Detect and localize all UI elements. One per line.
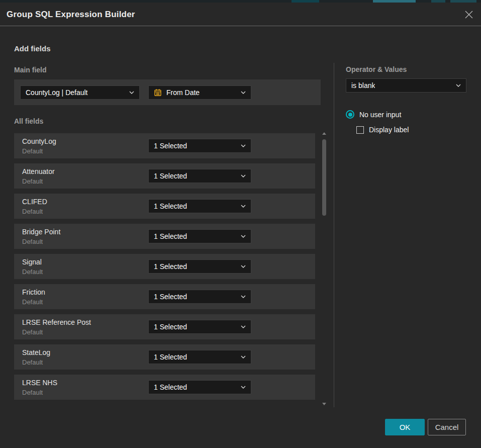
field-selection-dropdown-value: 1 Selected: [154, 232, 187, 240]
radio-dot: [348, 113, 352, 117]
field-row: Friction Default 1 Selected: [14, 284, 315, 309]
no-user-input-radio[interactable]: [346, 110, 354, 119]
field-name: LRSE NHS: [22, 379, 57, 387]
field-row: Attenuator Default 1 Selected: [14, 163, 315, 189]
field-row: CountyLog Default 1 Selected: [14, 133, 315, 158]
dialog-title: Group SQL Expression Builder: [7, 10, 135, 20]
scrollbar-thumb[interactable]: [322, 139, 326, 216]
main-date-field-value: From Date: [166, 88, 200, 97]
field-name: Bridge Point: [22, 228, 60, 236]
main-date-field-dropdown[interactable]: From Date: [148, 85, 251, 100]
main-field-label: Main field: [14, 66, 47, 74]
add-fields-heading: Add fields: [14, 44, 51, 53]
field-selection-dropdown[interactable]: 1 Selected: [148, 290, 251, 304]
field-selection-dropdown[interactable]: 1 Selected: [148, 259, 251, 274]
field-name: LRSE Reference Post: [22, 318, 91, 326]
cancel-button[interactable]: Cancel: [428, 419, 466, 435]
close-button[interactable]: [463, 9, 474, 20]
field-selection-dropdown[interactable]: 1 Selected: [148, 380, 251, 394]
dialog-header: Group SQL Expression Builder: [0, 3, 481, 26]
field-selection-dropdown-value: 1 Selected: [154, 383, 187, 391]
no-user-input-option: No user input: [346, 110, 401, 119]
field-selection-dropdown[interactable]: 1 Selected: [148, 139, 251, 153]
main-field-panel: CountyLog | Default From Date: [14, 79, 321, 105]
no-user-input-label: No user input: [359, 111, 401, 119]
chevron-down-icon: [241, 325, 246, 328]
field-row: Bridge Point Default 1 Selected: [14, 224, 315, 249]
all-fields-label: All fields: [14, 117, 43, 125]
chevron-down-icon: [241, 295, 246, 298]
display-label-checkbox[interactable]: [356, 126, 364, 134]
all-fields-list: CountyLog Default 1 Selected Attenuator …: [14, 133, 315, 405]
field-row: LRSE Reference Post Default 1 Selected: [14, 314, 315, 339]
main-layer-dropdown-value: CountyLog | Default: [26, 88, 88, 97]
field-subtitle: Default: [22, 328, 43, 336]
field-name: Attenuator: [22, 167, 55, 175]
operator-dropdown[interactable]: is blank: [346, 78, 466, 93]
chevron-down-icon: [456, 84, 461, 87]
field-name: CLIFED: [22, 198, 47, 206]
chevron-down-icon: [241, 91, 246, 94]
field-subtitle: Default: [22, 268, 43, 276]
field-selection-dropdown-value: 1 Selected: [154, 262, 187, 271]
field-name: CountyLog: [22, 137, 56, 145]
chevron-down-icon: [241, 355, 246, 359]
chevron-down-icon: [241, 205, 246, 208]
scrollbar-up-arrow-icon[interactable]: [322, 132, 326, 135]
field-name: StateLog: [22, 348, 50, 356]
field-selection-dropdown-value: 1 Selected: [154, 323, 187, 331]
close-icon: [464, 10, 473, 19]
scrollbar-down-arrow-icon[interactable]: [322, 403, 326, 405]
field-subtitle: Default: [22, 238, 43, 245]
chevron-down-icon: [129, 91, 134, 94]
field-subtitle: Default: [22, 298, 43, 306]
operator-dropdown-value: is blank: [351, 81, 375, 89]
field-selection-dropdown[interactable]: 1 Selected: [148, 199, 251, 213]
field-selection-dropdown-value: 1 Selected: [154, 172, 187, 180]
operator-values-label: Operator & Values: [346, 65, 407, 73]
ok-button[interactable]: OK: [385, 419, 425, 435]
field-selection-dropdown[interactable]: 1 Selected: [148, 350, 251, 364]
calendar-icon: [154, 88, 162, 97]
display-label-label: Display label: [369, 126, 409, 134]
field-selection-dropdown-value: 1 Selected: [154, 142, 187, 150]
field-selection-dropdown[interactable]: 1 Selected: [148, 169, 251, 183]
field-name: Signal: [22, 258, 42, 266]
field-selection-dropdown-value: 1 Selected: [154, 353, 187, 361]
field-selection-dropdown-value: 1 Selected: [154, 202, 187, 210]
field-row: LRSE NHS Default 1 Selected: [14, 375, 315, 400]
field-subtitle: Default: [22, 177, 43, 185]
field-row: CLIFED Default 1 Selected: [14, 194, 315, 219]
main-layer-dropdown[interactable]: CountyLog | Default: [20, 85, 140, 100]
display-label-option: Display label: [356, 126, 409, 134]
field-subtitle: Default: [22, 208, 43, 215]
chevron-down-icon: [241, 235, 246, 238]
scrollbar[interactable]: [322, 130, 327, 407]
field-subtitle: Default: [22, 389, 43, 396]
chevron-down-icon: [241, 386, 246, 389]
field-row: Signal Default 1 Selected: [14, 254, 315, 279]
field-subtitle: Default: [22, 359, 43, 366]
group-sql-expression-builder-dialog: Group SQL Expression Builder Add fields …: [0, 3, 481, 448]
field-selection-dropdown-value: 1 Selected: [154, 293, 187, 301]
field-selection-dropdown[interactable]: 1 Selected: [148, 320, 251, 334]
field-row: StateLog Default 1 Selected: [14, 344, 315, 370]
vertical-divider: [334, 63, 334, 407]
field-selection-dropdown[interactable]: 1 Selected: [148, 229, 251, 243]
field-name: Friction: [22, 288, 45, 296]
field-subtitle: Default: [22, 147, 43, 155]
chevron-down-icon: [241, 265, 246, 268]
chevron-down-icon: [241, 144, 246, 147]
chevron-down-icon: [241, 174, 246, 177]
